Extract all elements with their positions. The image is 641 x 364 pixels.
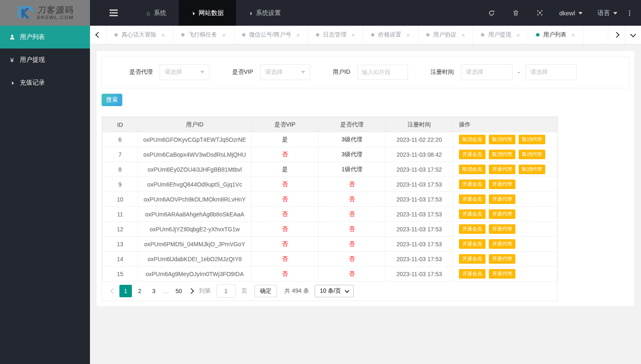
tab-label: 真心话大冒险 [121,31,156,39]
row-action-button[interactable]: 开通会员 [459,209,486,218]
filter-user-id: 用户ID [333,65,408,80]
prev-page-button[interactable] [108,285,119,297]
tab-label: 价格设置 [378,31,401,39]
brand-logo[interactable]: 刀客源码 DKEWL.COM [0,0,90,26]
row-action-button[interactable]: 取消代理 [519,135,545,144]
chevron-right-icon [188,288,194,294]
refresh-button[interactable] [479,0,504,26]
filter-agent-label: 是否代理 [129,68,153,76]
user-menu[interactable]: dkewl [552,10,590,17]
row-action-button[interactable]: 开通代理 [489,165,515,174]
row-action-button[interactable]: 开通代理 [489,180,515,189]
table-row: 7oxPUm6CaBopx4WV3wDsdRsLMjQHU否3级代理2023-1… [102,147,558,162]
fullscreen-button[interactable] [528,0,552,26]
cell-agent: 否 [318,222,386,237]
search-button[interactable]: 搜索 [102,94,122,106]
brand-title: 刀客源码 [37,6,75,14]
row-action-button[interactable]: 开通代理 [489,254,515,263]
tabs-menu-button[interactable] [624,26,641,44]
cell-actions: 开通会员开通代理 [453,267,558,281]
tab-7[interactable]: 用户提现× [473,26,528,44]
row-action-button[interactable]: 开通会员 [459,150,486,159]
page-size-select[interactable]: 10 条/页 [315,285,353,297]
tab-close-icon[interactable]: × [406,32,410,39]
language-label: 语言 [597,9,610,17]
cell-actions: 开通会员开通代理 [453,177,558,192]
row-action-button[interactable]: 开通代理 [489,224,515,233]
tab-status-dot [481,33,484,36]
date-range-separator: - [518,68,520,76]
user-id-input[interactable] [357,65,408,80]
page-button-2[interactable]: 2 [134,285,146,297]
table-row: 13oxPUm6PMD5i_04MMJkjO_JPmVGoY否否2023-11-… [102,237,558,252]
page-button-50[interactable]: 50 [172,285,185,297]
tab-close-icon[interactable]: × [571,32,575,39]
next-page-button[interactable] [186,285,197,297]
row-action-button[interactable]: 开通会员 [459,269,486,278]
more-menu-button[interactable] [625,10,637,17]
tab-close-icon[interactable]: × [161,32,165,39]
row-action-button[interactable]: 取消代理 [489,150,515,159]
page-list: 123…50 [119,285,186,297]
reg-time-end-picker[interactable]: 请选择 [525,64,577,80]
tab-close-icon[interactable]: × [461,32,465,39]
tab-1[interactable]: 真心话大冒险× [107,26,173,44]
vip-select[interactable]: 请选择 [260,64,310,80]
row-action-button[interactable]: 取消代理 [489,135,515,144]
row-action-button[interactable]: 开通代理 [489,269,515,278]
row-action-button[interactable]: 取消会员 [459,135,486,144]
hamburger-icon [109,10,118,16]
cell-vip: 否 [252,192,318,207]
goto-page-input[interactable] [216,284,236,298]
row-action-button[interactable]: 开通代理 [489,209,515,218]
column-header: 操作 [453,117,558,132]
cell-reg-time: 2023-11-03 17:53 [386,252,453,267]
reg-time-start-picker[interactable]: 请选择 [461,64,512,80]
row-action-button[interactable]: 开通会员 [459,180,486,189]
clear-cache-button[interactable] [504,0,528,26]
nav-item-label: 系统设置 [256,9,281,17]
tabs-scroll-right-button[interactable] [608,26,624,44]
sidebar-collapse-button[interactable] [102,0,126,26]
row-action-button[interactable]: 开通会员 [459,194,486,204]
row-action-button[interactable]: 取消会员 [459,165,486,174]
tab-5[interactable]: 价格设置× [363,26,418,44]
tab-3[interactable]: 微信公号/商户号× [234,26,308,44]
tab-close-icon[interactable]: × [351,32,355,39]
tab-label: 用户协议 [433,31,456,39]
row-action-button[interactable]: 开通会员 [459,254,486,263]
page-button-3[interactable]: 3 [148,285,160,297]
page-button-1[interactable]: 1 [119,285,132,297]
nav-item-1[interactable]: ⌂系统 [134,0,179,26]
cell-actions: 开通会员取消代理取消代理 [453,147,558,162]
navbar-right: dkewl 语言 [479,0,641,26]
row-action-button[interactable]: 取消代理 [519,165,545,174]
agent-select[interactable]: 请选择 [160,64,209,80]
sidebar: 用户列表¥用户提现◑充值记录 [0,26,90,364]
sidebar-item-3[interactable]: ◑充值记录 [0,71,90,94]
tab-4[interactable]: 日志管理× [308,26,363,44]
tab-close-icon[interactable]: × [222,32,226,39]
sidebar-item-1[interactable]: 用户列表 [0,26,90,49]
column-header: ID [102,117,138,132]
language-menu[interactable]: 语言 [590,9,625,17]
tab-close-icon[interactable]: × [516,32,520,39]
nav-item-label: 系统 [154,9,166,17]
row-action-button[interactable]: 开通代理 [489,194,515,204]
sidebar-item-2[interactable]: ¥用户提现 [0,49,90,71]
tab-close-icon[interactable]: × [296,32,300,39]
row-action-button[interactable]: 开通代理 [489,239,515,248]
cell-user-id: oxPUm6lJdabKDEI_1ebO2MJzQIY8 [138,252,252,267]
chevron-left-icon [95,32,101,38]
nav-item-2[interactable]: ◑网站数据 [179,0,236,26]
row-action-button[interactable]: 取消代理 [519,150,545,159]
tab-8[interactable]: 用户列表× [528,26,583,44]
row-action-button[interactable]: 开通会员 [459,239,486,248]
nav-item-3[interactable]: ◑系统设置 [236,0,293,26]
tab-6[interactable]: 用户协议× [418,26,473,44]
tab-2[interactable]: 飞行棋任务× [173,26,234,44]
confirm-page-button[interactable]: 确定 [255,285,277,297]
row-action-button[interactable]: 开通会员 [459,224,486,233]
caret-down-icon [613,12,617,17]
tabs-scroll-left-button[interactable] [90,26,107,44]
